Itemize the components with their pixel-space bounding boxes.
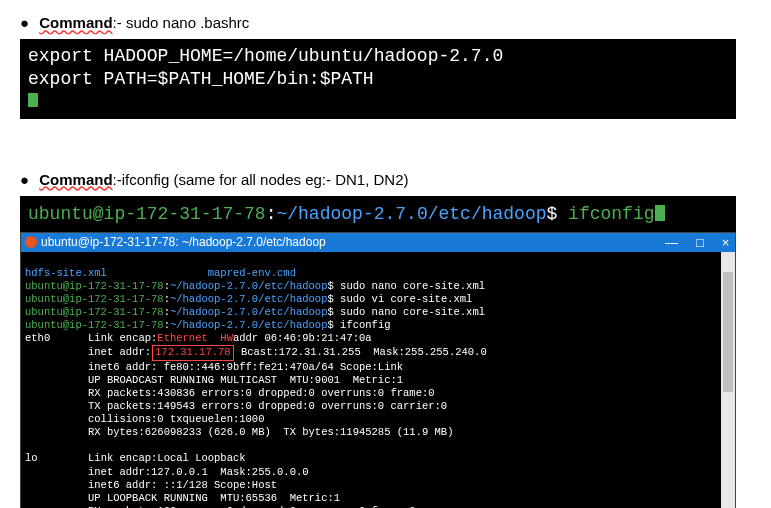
- file-link: mapred-env.cmd: [208, 267, 296, 279]
- file-link: hdfs-site.xml: [25, 267, 107, 279]
- terminal-line: export PATH=$PATH_HOME/bin:$PATH: [28, 68, 728, 91]
- heading-command-1: ● Command:- sudo nano .bashrc: [20, 14, 751, 31]
- iface-name: eth0: [25, 332, 50, 344]
- maximize-button[interactable]: □: [696, 235, 704, 250]
- history-cmd: sudo nano core-site.xml: [340, 280, 485, 292]
- minimize-button[interactable]: —: [665, 235, 678, 250]
- vertical-scrollbar[interactable]: [721, 252, 735, 509]
- bullet-icon: ●: [20, 14, 29, 31]
- output-line: inet6 addr: fe80::446:9bff:fe21:470a/64 …: [88, 361, 403, 373]
- ip-highlight-box: 172.31.17.78: [152, 345, 234, 360]
- prompt-userhost: ubuntu@ip-172-31-17-78: [25, 306, 164, 318]
- command-text: :- sudo nano .bashrc: [113, 14, 250, 31]
- history-cmd: sudo nano core-site.xml: [340, 306, 485, 318]
- prompt-userhost: ubuntu@ip-172-31-17-78: [25, 280, 164, 292]
- prompt-path: ~/hadoop-2.7.0/etc/hadoop: [276, 204, 546, 224]
- cursor-icon: [28, 93, 38, 107]
- output-line: UP LOOPBACK RUNNING MTU:65536 Metric:1: [88, 492, 340, 504]
- history-cmd: ifconfig: [340, 319, 390, 331]
- prompt-path: ~/hadoop-2.7.0/etc/hadoop: [170, 280, 328, 292]
- terminal-bashrc: export HADOOP_HOME=/home/ubuntu/hadoop-2…: [20, 39, 736, 119]
- output-line: Link encap:Local Loopback: [88, 452, 246, 464]
- window-title: ubuntu@ip-172-31-17-78: ~/hadoop-2.7.0/e…: [41, 235, 326, 249]
- terminal-output[interactable]: hdfs-site.xml mapred-env.cmd ubuntu@ip-1…: [21, 252, 735, 509]
- output-line: inet addr:: [88, 346, 151, 358]
- prompt-userhost: ubuntu@ip-172-31-17-78: [28, 204, 266, 224]
- prompt-userhost: ubuntu@ip-172-31-17-78: [25, 293, 164, 305]
- ubuntu-icon: [25, 236, 37, 248]
- command-text: :-ifconfig (same for all nodes eg:- DN1,…: [113, 171, 409, 188]
- cursor-icon: [655, 205, 665, 221]
- heading-command-2: ● Command:-ifconfig (same for all nodes …: [20, 171, 751, 188]
- output-line: inet addr:127.0.0.1 Mask:255.0.0.0: [88, 466, 309, 478]
- terminal-window: ubuntu@ip-172-31-17-78: ~/hadoop-2.7.0/e…: [20, 232, 736, 509]
- output-line: Link encap:: [88, 332, 157, 344]
- output-line: collisions:0 txqueuelen:1000: [88, 413, 264, 425]
- prompt-path: ~/hadoop-2.7.0/etc/hadoop: [170, 306, 328, 318]
- output-line: UP BROADCAST RUNNING MULTICAST MTU:9001 …: [88, 374, 403, 386]
- prompt-path: ~/hadoop-2.7.0/etc/hadoop: [170, 319, 328, 331]
- command-label: Command: [39, 171, 112, 188]
- command-label: Command: [39, 14, 112, 31]
- prompt-userhost: ubuntu@ip-172-31-17-78: [25, 319, 164, 331]
- window-titlebar[interactable]: ubuntu@ip-172-31-17-78: ~/hadoop-2.7.0/e…: [21, 233, 735, 252]
- output-highlight: Ethernet HW: [157, 332, 233, 344]
- output-line: inet6 addr: ::1/128 Scope:Host: [88, 479, 277, 491]
- prompt-dollar: $: [547, 204, 569, 224]
- output-line: RX bytes:626098233 (626.0 MB) TX bytes:1…: [88, 426, 453, 438]
- prompt-colon: :: [266, 204, 277, 224]
- bullet-icon: ●: [20, 171, 29, 188]
- prompt-path: ~/hadoop-2.7.0/etc/hadoop: [170, 293, 328, 305]
- output-line: Bcast:172.31.31.255 Mask:255.255.240.0: [241, 346, 487, 358]
- output-line: addr 06:46:9b:21:47:0a: [233, 332, 372, 344]
- prompt-cmd: ifconfig: [568, 204, 654, 224]
- iface-name: lo: [25, 452, 38, 464]
- terminal-line: export HADOOP_HOME=/home/ubuntu/hadoop-2…: [28, 45, 728, 68]
- output-line: RX packets:430836 errors:0 dropped:0 ove…: [88, 387, 435, 399]
- history-cmd: sudo vi core-site.xml: [340, 293, 472, 305]
- close-button[interactable]: ×: [722, 235, 730, 250]
- output-line: TX packets:149543 errors:0 dropped:0 ove…: [88, 400, 447, 412]
- terminal-ifconfig-prompt: ubuntu@ip-172-31-17-78:~/hadoop-2.7.0/et…: [20, 196, 736, 232]
